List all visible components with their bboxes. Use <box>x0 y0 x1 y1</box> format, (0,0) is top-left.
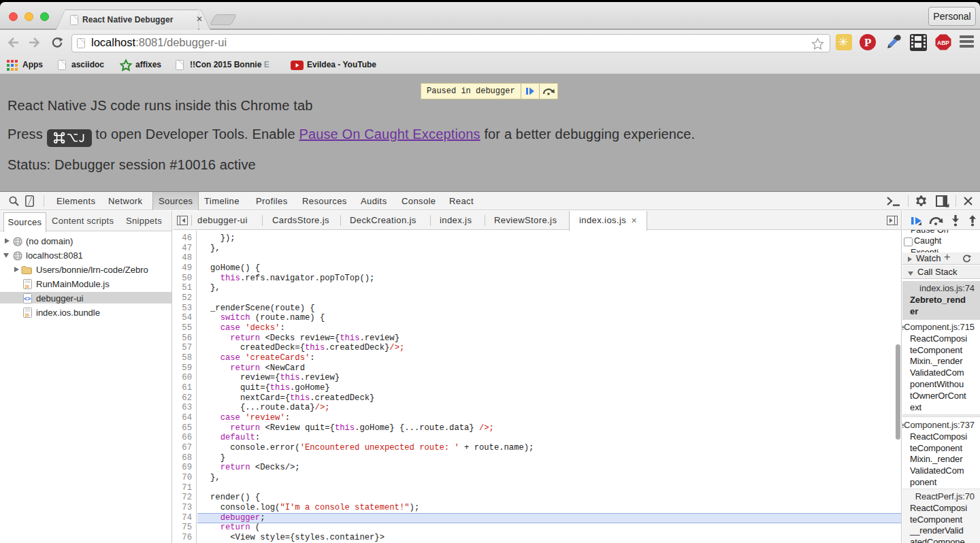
svg-text:js: js <box>24 284 29 289</box>
svg-text:ABP: ABP <box>937 39 949 46</box>
svg-text:<>: <> <box>24 295 31 302</box>
svg-text:js: js <box>24 312 29 318</box>
